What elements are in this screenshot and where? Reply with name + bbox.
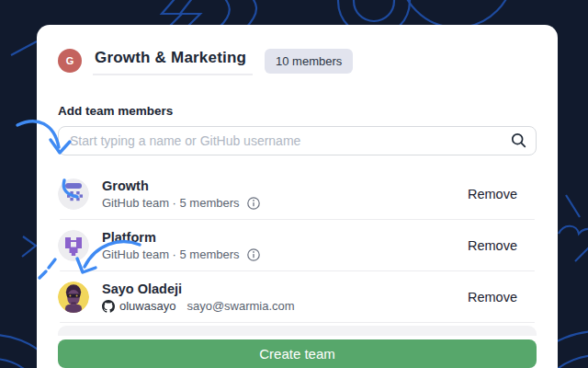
create-team-button[interactable]: Create team — [58, 339, 537, 368]
member-name: Platform — [102, 230, 260, 245]
remove-button[interactable]: Remove — [468, 290, 537, 305]
member-name: Growth — [102, 178, 260, 193]
member-meta: GitHub team · 5 members — [102, 247, 260, 261]
github-icon — [102, 300, 115, 313]
add-members-label: Add team members — [58, 104, 537, 119]
team-avatar: G — [58, 49, 82, 73]
member-row-text: Platform GitHub team · 5 members — [102, 230, 260, 261]
github-username: oluwasayo — [102, 299, 175, 313]
github-team-identicon-icon — [58, 178, 89, 210]
member-meta: GitHub team · 5 members — [102, 196, 260, 210]
member-row-text: Growth GitHub team · 5 members — [102, 178, 260, 210]
next-row-peek — [58, 326, 537, 336]
person-avatar — [58, 282, 89, 313]
team-editor-screen: { "header": { "avatar_letter": "G", "tea… — [0, 0, 588, 368]
info-icon[interactable] — [247, 248, 260, 261]
members-count-badge: 10 members — [265, 49, 353, 74]
remove-button[interactable]: Remove — [468, 238, 537, 253]
create-team-card: G Growth & Marketing 10 members Add team… — [37, 25, 558, 368]
member-meta: oluwasayo sayo@swarmia.com — [102, 299, 295, 313]
github-team-identicon-icon — [58, 230, 89, 261]
member-row-platform: Platform GitHub team · 5 members Remove — [58, 220, 537, 271]
remove-button[interactable]: Remove — [468, 187, 537, 201]
member-row-text: Sayo Oladeji oluwasayo sayo@swarmia.com — [102, 282, 295, 313]
member-name: Sayo Oladeji — [102, 282, 295, 296]
member-email: sayo@swarmia.com — [187, 299, 294, 313]
member-list: Growth GitHub team · 5 members Remove — [58, 168, 537, 336]
card-header: G Growth & Marketing 10 members — [58, 41, 537, 80]
team-name-input[interactable]: Growth & Marketing — [93, 47, 253, 75]
member-row-growth: Growth GitHub team · 5 members Remove — [58, 168, 537, 220]
member-search — [58, 126, 537, 155]
search-icon — [511, 132, 526, 148]
team-avatar-letter: G — [66, 55, 74, 66]
info-icon[interactable] — [247, 197, 260, 210]
member-search-input[interactable] — [58, 126, 537, 155]
member-row-sayo: Sayo Oladeji oluwasayo sayo@swarmia.com … — [58, 271, 537, 323]
